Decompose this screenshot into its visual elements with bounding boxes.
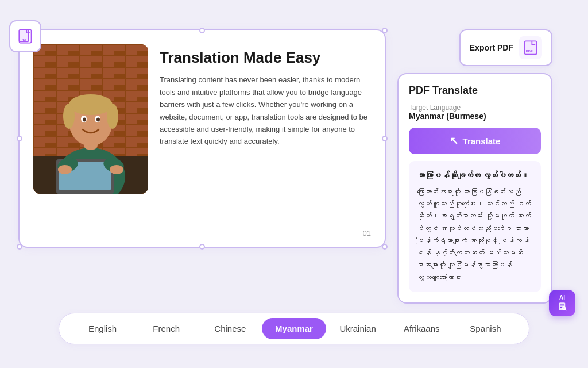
person-svg xyxy=(33,44,148,194)
svg-point-24 xyxy=(110,165,123,174)
doc-heading: Translation Made Easy xyxy=(160,49,371,67)
svg-point-18 xyxy=(96,118,100,122)
target-lang-section: Target Language Myanmar (Burmese) xyxy=(409,103,541,121)
lang-item-ukrainian[interactable]: Ukrainian xyxy=(326,318,390,339)
document-card: PDF xyxy=(18,29,386,248)
lang-item-spanish[interactable]: Spanish xyxy=(454,318,517,339)
translate-card: PDF Translate Target Language Myanmar (B… xyxy=(397,73,552,304)
pdf-file-icon: PDF xyxy=(17,28,33,44)
corner-dot-ml xyxy=(17,136,22,141)
right-panel: Export PDF PDF PDF Translate Target Lang… xyxy=(397,29,552,304)
target-lang-value: Myanmar (Burmese) xyxy=(409,112,541,121)
language-bar: English French Chinese Myanmar Ukrainian… xyxy=(59,313,529,344)
svg-text:PDF: PDF xyxy=(21,38,28,41)
corner-dot-tm xyxy=(199,28,205,33)
target-lang-label: Target Language xyxy=(409,103,541,112)
translate-btn-label: Translate xyxy=(463,136,501,146)
svg-text:PDF: PDF xyxy=(526,49,533,53)
corner-dot-bl xyxy=(17,244,22,250)
export-pdf-icon: PDF xyxy=(519,36,542,59)
doc-body-text: Translating content has never been easie… xyxy=(160,74,371,148)
svg-point-12 xyxy=(69,94,113,115)
svg-point-23 xyxy=(58,165,72,174)
ai-icon xyxy=(557,301,567,312)
export-btn-wrap: Export PDF PDF xyxy=(397,29,552,66)
corner-dot-br xyxy=(382,244,388,250)
lang-item-french[interactable]: French xyxy=(134,318,198,339)
translate-card-title: PDF Translate xyxy=(409,85,541,97)
export-pdf-button[interactable]: Export PDF PDF xyxy=(459,29,552,66)
corner-dot-bm xyxy=(199,244,205,250)
ai-label: AI xyxy=(559,295,565,301)
lang-item-myanmar[interactable]: Myanmar xyxy=(262,318,326,339)
export-pdf-label: Export PDF xyxy=(470,43,513,52)
svg-point-13 xyxy=(63,103,75,129)
ai-badge[interactable]: AI xyxy=(549,290,575,316)
corner-dot-tr xyxy=(382,28,388,33)
page-number: 01 xyxy=(363,229,371,237)
translated-text-box: ဘာသာပြန်ဆိုချက်က လွယ်ပါတယ်။ အကြောင်းအရာက… xyxy=(409,161,541,292)
lang-item-afrikaans[interactable]: Afrikaans xyxy=(390,318,454,339)
corner-dot-mr xyxy=(382,136,388,141)
translate-button[interactable]: ↖ Translate xyxy=(409,128,541,154)
pdf-icon-badge: PDF xyxy=(9,20,41,52)
lang-item-chinese[interactable]: Chinese xyxy=(198,318,262,339)
translated-body: အကြောင်းအရာကို ဘာသာပြန်ခြင်းသည် လွယ်ကူသည… xyxy=(417,188,531,282)
person-image xyxy=(33,44,148,194)
svg-point-17 xyxy=(83,118,86,122)
doc-card-content: Translation Made Easy Translating conten… xyxy=(160,44,371,233)
lang-item-english[interactable]: English xyxy=(71,318,134,339)
cursor-icon: ↖ xyxy=(450,135,458,147)
translated-title: ဘာသာပြန်ဆိုချက်က လွယ်ပါတယ်။ xyxy=(417,169,533,183)
svg-point-14 xyxy=(107,103,118,129)
